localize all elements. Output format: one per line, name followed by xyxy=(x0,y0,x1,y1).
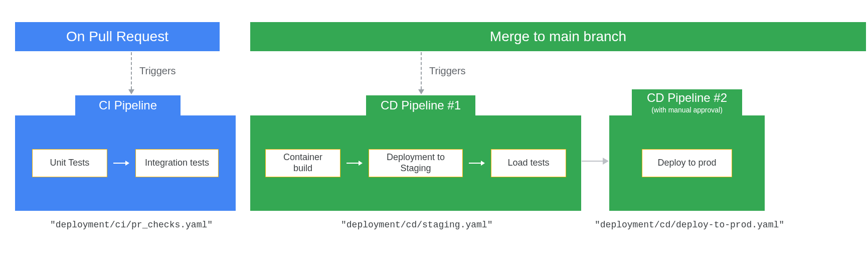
arrow-icon xyxy=(469,161,485,166)
ci-pipeline-body: Unit Tests Integration tests xyxy=(15,115,236,211)
cd-triggers-label: Triggers xyxy=(429,65,466,77)
cd1-pipeline-tab: CD Pipeline #1 xyxy=(366,95,475,115)
ci-step-unit-tests: Unit Tests xyxy=(32,149,107,177)
ci-trigger-arrow-line xyxy=(131,52,132,89)
cd-trigger-label: Merge to main branch xyxy=(490,29,626,45)
cd2-pipeline-title: CD Pipeline #2 xyxy=(647,91,727,105)
ci-trigger-label: On Pull Request xyxy=(66,29,168,45)
cd2-yaml-path: "deployment/cd/deploy-to-prod.yaml" xyxy=(595,220,784,230)
ci-yaml-path: "deployment/ci/pr_checks.yaml" xyxy=(50,220,213,230)
pipeline-connector-line xyxy=(582,161,603,162)
cd1-step-deploy-staging: Deployment to Staging xyxy=(369,149,463,177)
ci-pipeline-title: CI Pipeline xyxy=(99,98,157,112)
cd1-step-load-tests: Load tests xyxy=(491,149,566,177)
cd2-pipeline-tab: CD Pipeline #2 (with manual approval) xyxy=(632,89,742,115)
cd2-pipeline-body: Deploy to prod xyxy=(609,115,765,211)
cd1-pipeline-title: CD Pipeline #1 xyxy=(381,98,461,112)
arrow-icon xyxy=(346,161,363,166)
ci-trigger-header: On Pull Request xyxy=(15,22,220,51)
cd2-pipeline-subtitle: (with manual approval) xyxy=(651,106,723,114)
cd-trigger-arrow-line xyxy=(421,52,422,89)
cd2-step-deploy-prod: Deploy to prod xyxy=(642,149,732,177)
cd1-pipeline-body: Container build Deployment to Staging Lo… xyxy=(250,115,581,211)
ci-trigger-arrow-head xyxy=(128,89,134,94)
cd-trigger-header: Merge to main branch xyxy=(250,22,866,51)
cd-trigger-arrow-head xyxy=(418,89,424,94)
pipeline-connector-arrow-head xyxy=(603,158,609,165)
cd1-step-container-build: Container build xyxy=(265,149,340,177)
ci-step-integration-tests: Integration tests xyxy=(135,149,219,177)
ci-pipeline-tab: CI Pipeline xyxy=(75,95,181,115)
cd1-yaml-path: "deployment/cd/staging.yaml" xyxy=(341,220,492,230)
ci-triggers-label: Triggers xyxy=(139,65,176,77)
arrow-icon xyxy=(113,161,129,166)
